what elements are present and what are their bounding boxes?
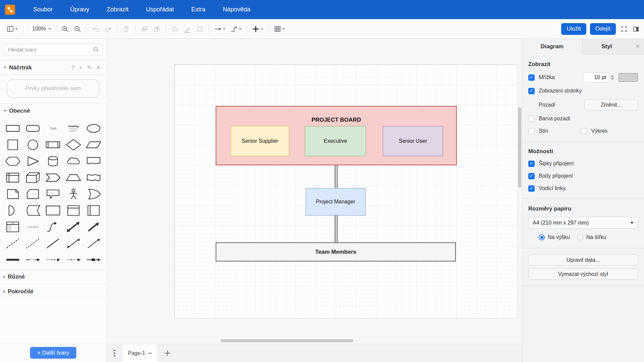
- pages-menu-button[interactable]: [107, 344, 122, 362]
- shape-process[interactable]: [43, 136, 63, 153]
- shape-and[interactable]: [3, 202, 23, 219]
- portrait-radio[interactable]: [539, 234, 545, 240]
- line-color-button[interactable]: [181, 22, 194, 35]
- shape-or[interactable]: [84, 186, 104, 202]
- to-front-button[interactable]: [138, 22, 151, 35]
- tab-diagram[interactable]: Diagram: [522, 39, 582, 54]
- page-tab[interactable]: Page-1: [122, 344, 158, 362]
- shape-line[interactable]: [43, 235, 63, 251]
- shape-hexagon[interactable]: [3, 153, 23, 169]
- shape-list-item[interactable]: List Item: [23, 219, 43, 235]
- search-input[interactable]: [4, 44, 103, 56]
- insert-button[interactable]: [250, 22, 266, 35]
- shape-curve[interactable]: [43, 219, 63, 235]
- shape-executive[interactable]: Executive: [305, 126, 366, 156]
- zoom-out-button[interactable]: [71, 22, 84, 35]
- view-panels-button[interactable]: [4, 22, 20, 35]
- shape-arrow[interactable]: [84, 219, 104, 235]
- shape-dotted-edge[interactable]: [63, 251, 84, 268]
- to-back-button[interactable]: [151, 22, 163, 35]
- tab-styl[interactable]: Styl: [582, 39, 632, 54]
- shape-callout[interactable]: [43, 186, 63, 202]
- waypoint-style-button[interactable]: [228, 22, 244, 35]
- shape-directional-connector[interactable]: [84, 235, 104, 251]
- shape-ellipse[interactable]: [84, 120, 104, 136]
- add-page-button[interactable]: [158, 344, 177, 362]
- scratchpad-section-header[interactable]: Náčrtník ? + ✎ ✕: [0, 60, 106, 75]
- shape-parallelogram[interactable]: [84, 136, 104, 153]
- shape-bidirectional-connector[interactable]: [63, 235, 84, 251]
- shape-triangle[interactable]: [23, 153, 43, 169]
- shape-container[interactable]: [43, 202, 63, 219]
- table-button[interactable]: [271, 22, 287, 35]
- connection-points-checkbox[interactable]: [528, 173, 535, 179]
- shape-cloud[interactable]: [63, 153, 84, 169]
- shape-dotted-line[interactable]: [23, 235, 43, 251]
- scratchpad-close-icon[interactable]: ✕: [94, 64, 103, 71]
- shape-document[interactable]: [84, 153, 104, 169]
- change-background-button[interactable]: Změnit...: [584, 99, 638, 110]
- menu-usporadat[interactable]: Uspořádat: [137, 0, 182, 19]
- background-color-checkbox[interactable]: [528, 116, 535, 122]
- horizontal-scrollbar[interactable]: [221, 339, 353, 342]
- grid-color-swatch[interactable]: [619, 73, 638, 82]
- shape-vertical-container[interactable]: [63, 202, 84, 219]
- connector-board-to-pm[interactable]: [335, 165, 337, 188]
- undo-button[interactable]: [90, 22, 102, 35]
- shape-rounded-rectangle[interactable]: [23, 120, 43, 136]
- zoom-level-dropdown[interactable]: 100%: [26, 22, 53, 35]
- shape-senior-supplier[interactable]: Senior Supplier: [231, 126, 289, 156]
- delete-button[interactable]: [120, 22, 132, 35]
- shape-edge[interactable]: [23, 251, 43, 268]
- shape-textbox[interactable]: Heading: [63, 120, 84, 136]
- shape-link[interactable]: [3, 251, 23, 268]
- section-misc[interactable]: Různé: [0, 269, 106, 284]
- scratchpad-dropzone[interactable]: Prvky přetáhněte sem: [7, 79, 100, 98]
- shape-diamond[interactable]: [63, 136, 84, 153]
- scratchpad-add-icon[interactable]: +: [77, 65, 85, 71]
- menu-extra[interactable]: Extra: [182, 0, 214, 19]
- panel-close-icon[interactable]: ✕: [631, 39, 644, 54]
- shape-text[interactable]: Text: [43, 120, 63, 136]
- page-view-checkbox[interactable]: [528, 88, 535, 94]
- grid-size-stepper[interactable]: [610, 72, 615, 82]
- sketch-checkbox[interactable]: [581, 128, 587, 134]
- paper-size-select[interactable]: A4 (210 mm x 297 mm): [528, 217, 638, 229]
- shadow-button[interactable]: [194, 22, 206, 35]
- connection-arrows-checkbox[interactable]: [528, 161, 535, 167]
- shape-dashed-edge[interactable]: [43, 251, 63, 268]
- format-panel-toggle-button[interactable]: [632, 25, 639, 33]
- more-shapes-button[interactable]: + Další tvary: [30, 347, 76, 359]
- shape-trapezoid[interactable]: [63, 169, 84, 186]
- section-advanced[interactable]: Pokročilé: [0, 284, 106, 299]
- shape-actor[interactable]: [63, 186, 84, 202]
- menu-napoveda[interactable]: Nápověda: [214, 0, 259, 19]
- redo-button[interactable]: [102, 22, 114, 35]
- landscape-radio[interactable]: [577, 234, 583, 240]
- clear-default-style-button[interactable]: Vymazat výchozí styl: [528, 268, 638, 280]
- shape-labeled-edge[interactable]: [84, 251, 104, 268]
- scratchpad-help-icon[interactable]: ?: [69, 65, 77, 71]
- shape-horizontal-container[interactable]: [84, 202, 104, 219]
- shape-project-manager[interactable]: Project Manager: [306, 188, 366, 216]
- shape-step[interactable]: [43, 169, 63, 186]
- grid-checkbox[interactable]: [528, 74, 535, 81]
- shape-senior-user[interactable]: Senior User: [383, 126, 443, 156]
- shape-card[interactable]: [23, 186, 43, 202]
- scratchpad-edit-icon[interactable]: ✎: [85, 64, 94, 71]
- shape-tape[interactable]: [84, 169, 104, 186]
- shape-dashed-line[interactable]: [3, 235, 23, 251]
- menu-upravy[interactable]: Úpravy: [61, 0, 98, 19]
- section-general[interactable]: Obecné: [0, 104, 106, 118]
- shape-list[interactable]: List: [3, 219, 23, 235]
- shadow-checkbox[interactable]: [528, 128, 535, 134]
- fill-color-button[interactable]: [169, 22, 181, 35]
- shape-rectangle[interactable]: [3, 120, 23, 136]
- shape-cylinder[interactable]: [43, 153, 63, 169]
- menu-zobrazit[interactable]: Zobrazit: [98, 0, 137, 19]
- shape-square[interactable]: [3, 136, 23, 153]
- shape-team-members[interactable]: Team Members: [216, 242, 456, 261]
- save-button[interactable]: Uložit: [561, 23, 586, 35]
- shape-internal-storage[interactable]: [3, 169, 23, 186]
- fullscreen-button[interactable]: [621, 25, 628, 33]
